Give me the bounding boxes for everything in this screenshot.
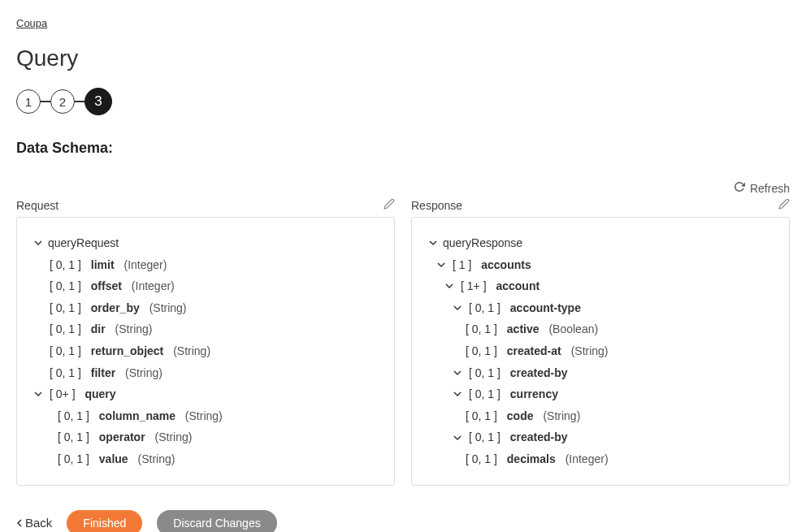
tree-field[interactable]: [ 0, 1 ] decimals (Integer) (464, 448, 774, 470)
step-1[interactable]: 1 (16, 89, 41, 114)
stepper: 1 2 3 (16, 88, 790, 115)
refresh-button[interactable]: Refresh (16, 181, 790, 195)
tree-field[interactable]: [ 0, 1 ] value (String) (56, 448, 379, 470)
refresh-label: Refresh (750, 182, 790, 195)
request-panel: queryRequest [ 0, 1 ] limit (Integer) [ … (16, 217, 395, 486)
response-panel: queryResponse [ 1 ] accounts [ 1+ ] acco… (411, 217, 790, 486)
step-3[interactable]: 3 (84, 88, 112, 115)
tree-node-account-type[interactable]: account-type (510, 297, 581, 319)
tree-node-account[interactable]: account (496, 275, 540, 297)
tree-field[interactable]: [ 0, 1 ] active (Boolean) (464, 318, 774, 340)
chevron-down-icon[interactable] (451, 304, 464, 312)
response-heading: Response (411, 199, 462, 212)
section-title: Data Schema: (16, 140, 790, 157)
chevron-down-icon[interactable] (443, 282, 456, 290)
request-heading: Request (16, 199, 58, 212)
chevron-down-icon[interactable] (451, 369, 464, 377)
step-2[interactable]: 2 (50, 89, 75, 114)
discard-changes-button[interactable]: Discard Changes (157, 510, 276, 532)
chevron-down-icon[interactable] (451, 434, 464, 442)
chevron-down-icon[interactable] (427, 239, 440, 247)
tree-node-created-by[interactable]: created-by (510, 362, 568, 384)
tree-root-label[interactable]: queryRequest (48, 232, 119, 254)
tree-field[interactable]: [ 0, 1 ] created-at (String) (464, 340, 774, 362)
tree-field[interactable]: [ 0, 1 ] offset (Integer) (48, 275, 379, 297)
tree-field[interactable]: [ 0, 1 ] code (String) (464, 405, 774, 427)
tree-node-accounts[interactable]: accounts (481, 254, 531, 276)
tree-field[interactable]: [ 0, 1 ] return_object (String) (48, 340, 379, 362)
tree-field[interactable]: [ 0, 1 ] limit (Integer) (48, 254, 379, 276)
back-button[interactable]: Back (16, 516, 52, 530)
finished-button[interactable]: Finished (67, 510, 142, 532)
step-connector (75, 101, 84, 102)
tree-field[interactable]: [ 0, 1 ] operator (String) (56, 426, 379, 448)
chevron-down-icon[interactable] (451, 390, 464, 398)
tree-field[interactable]: [ 0, 1 ] dir (String) (48, 318, 379, 340)
breadcrumb[interactable]: Coupa (16, 17, 47, 29)
tree-node-currency[interactable]: currency (510, 383, 558, 405)
chevron-down-icon[interactable] (435, 261, 448, 269)
chevron-down-icon[interactable] (32, 390, 45, 398)
tree-node-query[interactable]: query (84, 383, 115, 405)
chevron-left-icon (16, 516, 22, 530)
edit-response-icon[interactable] (778, 198, 790, 212)
tree-node-created-by[interactable]: created-by (510, 426, 568, 448)
refresh-icon (734, 181, 745, 195)
edit-request-icon[interactable] (384, 198, 395, 212)
page-title: Query (16, 45, 790, 71)
tree-root-label[interactable]: queryResponse (443, 232, 522, 254)
step-connector (41, 101, 50, 102)
tree-field[interactable]: [ 0, 1 ] filter (String) (48, 362, 379, 384)
chevron-down-icon[interactable] (32, 239, 45, 247)
tree-field[interactable]: [ 0, 1 ] column_name (String) (56, 405, 379, 427)
tree-field[interactable]: [ 0, 1 ] order_by (String) (48, 297, 379, 319)
